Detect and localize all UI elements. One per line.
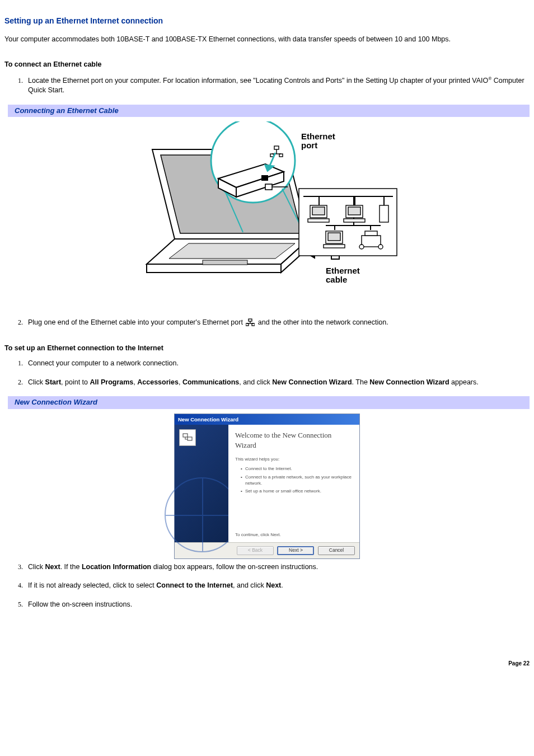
wizard-welcome-heading: Welcome to the New Connection Wizard [235,430,353,450]
list-item: Click Next. If the Location Information … [25,562,530,572]
svg-rect-46 [362,236,381,247]
connect-cable-steps: Locate the Ethernet port on your compute… [4,76,530,96]
list-item: Follow the on-screen instructions. [25,600,530,610]
caption-bar-ethernet-illustration: Connecting an Ethernet Cable [4,105,530,117]
list-item: Plug one end of the Ethernet cable into … [25,318,530,328]
svg-text:Ethernet
        port: Ethernet port [301,132,338,150]
wizard-continue-text: To continue, click Next. [235,532,281,538]
svg-rect-41 [344,219,365,222]
ethernet-illustration: Ethernet cable [4,121,530,304]
wizard-bullet: Connect to the Internet. [241,466,353,472]
svg-rect-6 [203,260,247,265]
svg-rect-24 [265,184,272,190]
wizard-side-icon [179,429,196,446]
wizard-content: Welcome to the New Connection Wizard Thi… [228,425,359,542]
svg-rect-47 [365,231,377,236]
svg-point-48 [378,245,383,249]
step-text: Locate the Ethernet port on your compute… [28,77,488,84]
svg-marker-1 [147,264,281,273]
label-ethernet-cable: Ethernet [326,266,360,275]
wizard-titlebar: New Connection Wizard [175,414,359,425]
wizard-side-panel [175,425,228,542]
intro-paragraph: Your computer accommodates both 10BASE-T… [4,35,530,45]
next-button[interactable]: Next > [277,546,314,555]
svg-point-49 [359,245,364,249]
wizard-bullet: Set up a home or small office network. [241,488,353,494]
svg-rect-40 [348,207,360,215]
page-number: Page 22 [4,660,530,668]
section-heading-setup-connection: To set up an Ethernet connection to the … [4,344,530,354]
svg-rect-53 [246,323,249,326]
setup-connection-steps: Connect your computer to a network conne… [4,359,530,387]
step-text: and the other into the network connectio… [258,318,388,326]
svg-rect-16 [261,175,268,181]
wizard-bullet: Connect to a private network, such as yo… [241,474,353,486]
svg-rect-38 [308,219,329,222]
svg-marker-5 [169,243,295,259]
caption-bar-wizard: New Connection Wizard [4,396,530,408]
svg-text:Ethernet
        cable: Ethernet cable [326,266,362,284]
list-item: Locate the Ethernet port on your compute… [25,76,530,96]
cancel-button[interactable]: Cancel [318,546,355,555]
ethernet-port-icon [246,320,255,326]
new-connection-wizard-window: New Connection Wizard Welcome to the New… [174,414,360,559]
svg-rect-42 [380,205,388,222]
wizard-helps-text: This wizard helps you: [235,456,353,462]
svg-rect-54 [252,323,255,326]
setup-connection-steps-continued: Click Next. If the Location Information … [4,562,530,610]
svg-rect-44 [328,233,340,241]
list-item: If it is not already selected, click to … [25,581,530,591]
svg-rect-50 [249,319,252,321]
step-text: Plug one end of the Ethernet cable into … [28,318,245,326]
list-item: Click Start, point to All Programs, Acce… [25,378,530,388]
svg-rect-55 [183,434,188,437]
connect-cable-steps-continued: Plug one end of the Ethernet cable into … [4,318,530,328]
svg-rect-56 [188,437,192,440]
svg-rect-45 [324,245,345,248]
back-button[interactable]: < Back [237,546,274,555]
label-ethernet-port: Ethernet [301,132,335,141]
list-item: Connect your computer to a network conne… [25,359,530,369]
section-heading-connect-cable: To connect an Ethernet cable [4,60,530,70]
svg-rect-37 [312,207,325,215]
page-title: Setting up an Ethernet Internet connecti… [4,16,530,27]
